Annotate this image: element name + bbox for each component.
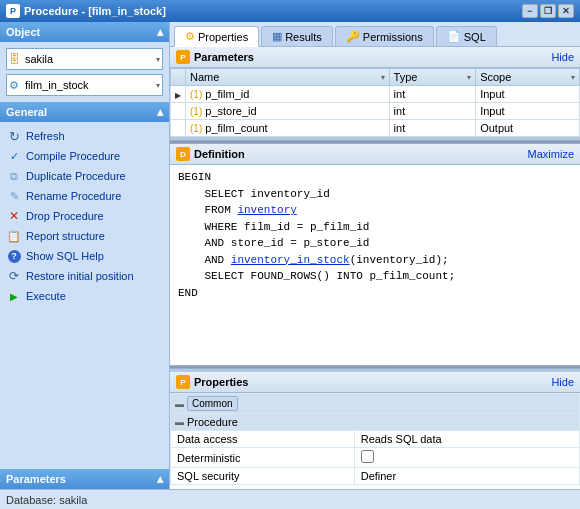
tab-sql-label: SQL (464, 31, 486, 43)
parameters-panel-icon: P (176, 50, 190, 64)
report-label: Report structure (26, 230, 105, 242)
restore-action[interactable]: Restore initial position (6, 266, 163, 286)
data-access-label: Data access (171, 431, 355, 448)
restore-icon (6, 268, 22, 284)
database-icon: 🗄 (9, 53, 21, 65)
object-section-header[interactable]: Object (0, 22, 169, 42)
restore-button[interactable]: ❐ (540, 4, 556, 18)
bottom-props-title: Properties (194, 376, 248, 388)
definition-panel-header: D Definition Maximize (170, 144, 580, 165)
param-key-icon: (1) (190, 106, 202, 117)
drop-action[interactable]: Drop Procedure (6, 206, 163, 226)
params-chevron-icon (157, 472, 163, 486)
status-bar-text: Database: sakila (6, 494, 87, 506)
inventory-in-stock-link[interactable]: inventory_in_stock (231, 254, 350, 266)
definition-section: D Definition Maximize BEGIN SELECT inven… (170, 144, 580, 365)
right-panel: ⚙ Properties ▦ Results 🔑 Permissions 📄 S… (170, 22, 580, 489)
procedure-section-label: Procedure (187, 416, 238, 428)
name-sort-icon[interactable]: ▾ (381, 73, 385, 82)
code-line-found: SELECT FOUND_ROWS() INTO p_film_count; (178, 268, 572, 285)
type-sort-icon[interactable]: ▾ (467, 73, 471, 82)
common-expand-icon[interactable]: ▬ (175, 399, 184, 409)
report-icon (6, 228, 22, 244)
minimize-button[interactable]: − (522, 4, 538, 18)
definition-maximize-button[interactable]: Maximize (528, 148, 574, 160)
inventory-link[interactable]: inventory (237, 204, 296, 216)
row-2-scope: Input (476, 103, 580, 120)
code-line-and1: AND store_id = p_store_id (178, 235, 572, 252)
window-controls: − ❐ ✕ (522, 4, 574, 18)
rename-label: Rename Procedure (26, 190, 121, 202)
window-title: Procedure - [film_in_stock] (24, 5, 518, 17)
parameters-panel-header-left: P Parameters (176, 50, 254, 64)
row-3-type: int (389, 120, 476, 137)
bottom-props-icon: P (176, 375, 190, 389)
deterministic-checkbox[interactable] (361, 450, 374, 463)
props-data-access-row[interactable]: Data access Reads SQL data (171, 431, 580, 448)
deterministic-label: Deterministic (171, 448, 355, 468)
refresh-action[interactable]: Refresh (6, 126, 163, 146)
duplicate-label: Duplicate Procedure (26, 170, 126, 182)
row-3-name: (1) p_film_count (186, 120, 390, 137)
tab-results[interactable]: ▦ Results (261, 26, 333, 46)
tabs-bar: ⚙ Properties ▦ Results 🔑 Permissions 📄 S… (170, 22, 580, 47)
code-line-end: END (178, 285, 572, 302)
deterministic-value[interactable] (354, 448, 579, 468)
row-3-arrow (171, 120, 186, 137)
drop-label: Drop Procedure (26, 210, 104, 222)
status-bar: Database: sakila (0, 489, 580, 509)
param-key-icon: (1) (190, 89, 202, 100)
tab-permissions-icon: 🔑 (346, 30, 360, 43)
object-section-label: Object (6, 26, 40, 38)
bottom-properties-section: P Properties Hide ▬ (170, 369, 580, 489)
table-row[interactable]: (1) p_store_id int Input (171, 103, 580, 120)
row-3-scope: Output (476, 120, 580, 137)
parameters-hide-button[interactable]: Hide (551, 51, 574, 63)
sqlhelp-icon: ? (6, 248, 22, 264)
execute-action[interactable]: Execute (6, 286, 163, 306)
bottom-props-hide-button[interactable]: Hide (551, 376, 574, 388)
tab-properties[interactable]: ⚙ Properties (174, 26, 259, 47)
table-row[interactable]: ▶ (1) p_film_id int Input (171, 86, 580, 103)
tab-sql[interactable]: 📄 SQL (436, 26, 497, 46)
code-line-where: WHERE film_id = p_film_id (178, 219, 572, 236)
rename-action[interactable]: Rename Procedure (6, 186, 163, 206)
database-select[interactable]: sakila (6, 48, 163, 70)
col-scope-header[interactable]: Scope ▾ (476, 69, 580, 86)
definition-panel-icon: D (176, 147, 190, 161)
parameters-panel-header: P Parameters Hide (170, 47, 580, 68)
scope-sort-icon[interactable]: ▾ (571, 73, 575, 82)
tab-permissions-label: Permissions (363, 31, 423, 43)
general-section-header[interactable]: General (0, 102, 169, 122)
refresh-label: Refresh (26, 130, 65, 142)
row-2-name: (1) p_store_id (186, 103, 390, 120)
drop-icon (6, 208, 22, 224)
tab-permissions[interactable]: 🔑 Permissions (335, 26, 434, 46)
code-line-from: FROM inventory (178, 202, 572, 219)
refresh-icon (6, 128, 22, 144)
general-section-content: Refresh Compile Procedure Duplicate Proc… (0, 122, 169, 310)
col-type-header[interactable]: Type ▾ (389, 69, 476, 86)
left-panel: Object 🗄 sakila ▾ ⚙ film_in_stock ▾ (0, 22, 170, 489)
params-section-header[interactable]: Parameters (0, 469, 169, 489)
procedure-expand-icon[interactable]: ▬ (175, 417, 184, 427)
row-2-type: int (389, 103, 476, 120)
report-action[interactable]: Report structure (6, 226, 163, 246)
sqlhelp-action[interactable]: ? Show SQL Help (6, 246, 163, 266)
procedure-select[interactable]: film_in_stock (6, 74, 163, 96)
props-sql-security-row[interactable]: SQL security Definer (171, 468, 580, 485)
bottom-props-header: P Properties Hide (170, 372, 580, 393)
code-line-and2: AND inventory_in_stock(inventory_id); (178, 252, 572, 269)
close-button[interactable]: ✕ (558, 4, 574, 18)
param-key-icon: (1) (190, 123, 202, 134)
compile-action[interactable]: Compile Procedure (6, 146, 163, 166)
col-arrow-header (171, 69, 186, 86)
table-row[interactable]: (1) p_film_count int Output (171, 120, 580, 137)
props-deterministic-row[interactable]: Deterministic (171, 448, 580, 468)
sql-security-value: Definer (354, 468, 579, 485)
bottom-props-header-left: P Properties (176, 375, 248, 389)
general-chevron-icon (157, 105, 163, 119)
duplicate-action[interactable]: Duplicate Procedure (6, 166, 163, 186)
col-name-header[interactable]: Name ▾ (186, 69, 390, 86)
window-icon: P (6, 4, 20, 18)
